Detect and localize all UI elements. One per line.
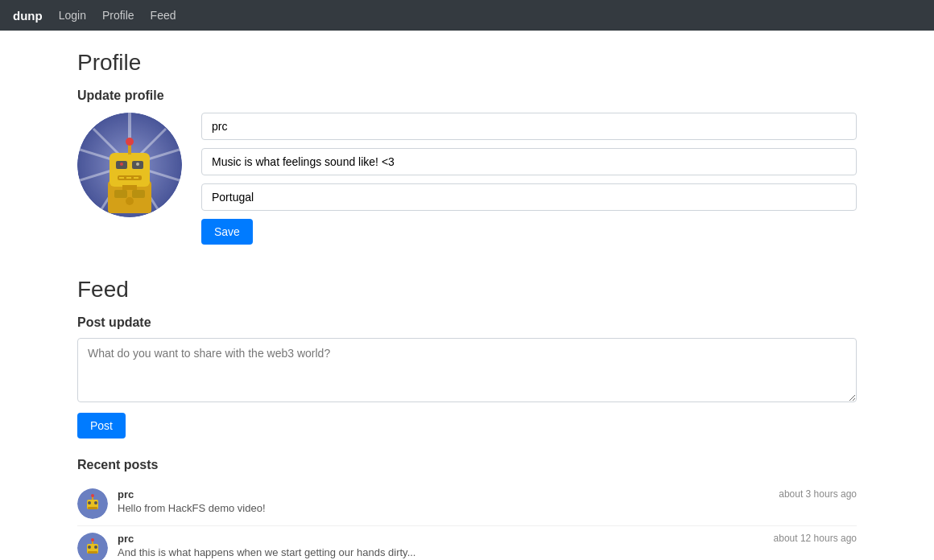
post-meta: prc about 12 hours ago <box>118 533 857 545</box>
post-avatar <box>77 533 108 560</box>
svg-point-39 <box>91 538 94 541</box>
update-profile-label: Update profile <box>77 89 857 103</box>
recent-posts-list: prc about 3 hours ago Hello from HackFS … <box>77 482 857 560</box>
profile-page-title: Profile <box>77 50 857 76</box>
post-update-label: Post update <box>77 315 857 330</box>
post-time: about 3 hours ago <box>779 488 857 500</box>
svg-rect-24 <box>132 190 145 198</box>
post-button[interactable]: Post <box>77 413 126 439</box>
svg-point-28 <box>88 501 91 504</box>
profile-form-area: Save <box>77 113 857 245</box>
svg-point-16 <box>120 163 123 166</box>
post-textarea[interactable] <box>77 338 857 402</box>
navbar: dunp Login Profile Feed <box>0 0 934 31</box>
svg-rect-22 <box>122 185 137 190</box>
svg-rect-23 <box>114 190 127 198</box>
svg-point-13 <box>126 138 134 146</box>
post-avatar <box>77 488 108 519</box>
post-avatar-image <box>77 488 108 519</box>
svg-point-29 <box>94 501 97 504</box>
main-content: Profile Update profile <box>64 31 870 560</box>
avatar <box>77 113 182 217</box>
location-input[interactable] <box>201 183 857 211</box>
navbar-link-profile[interactable]: Profile <box>102 9 134 22</box>
feed-section: Feed Post update Post Recent posts <box>77 277 857 560</box>
svg-rect-30 <box>88 507 97 509</box>
svg-point-17 <box>136 163 139 166</box>
svg-point-25 <box>126 197 134 205</box>
profile-fields: Save <box>201 113 857 245</box>
post-item: prc about 3 hours ago Hello from HackFS … <box>77 482 857 526</box>
svg-rect-20 <box>126 177 131 179</box>
profile-section: Profile Update profile <box>77 50 857 245</box>
recent-posts-title: Recent posts <box>77 458 857 472</box>
post-author: prc <box>118 488 134 500</box>
post-item: prc about 12 hours ago And this is what … <box>77 526 857 560</box>
navbar-brand[interactable]: dunp <box>13 9 43 23</box>
navbar-link-login[interactable]: Login <box>59 9 86 22</box>
post-meta: prc about 3 hours ago <box>118 488 857 500</box>
svg-point-32 <box>91 494 94 497</box>
profile-avatar-container <box>77 113 182 217</box>
avatar-image <box>77 113 182 217</box>
svg-rect-11 <box>110 153 150 187</box>
post-body: prc about 3 hours ago Hello from HackFS … <box>118 488 857 514</box>
navbar-link-feed[interactable]: Feed <box>151 9 176 22</box>
post-time: about 12 hours ago <box>774 533 857 544</box>
post-avatar-image <box>77 533 108 560</box>
svg-rect-21 <box>134 177 138 179</box>
post-author: prc <box>118 533 134 545</box>
post-body: prc about 12 hours ago And this is what … <box>118 533 857 558</box>
username-input[interactable] <box>201 113 857 140</box>
post-text: Hello from HackFS demo video! <box>118 502 857 514</box>
svg-rect-19 <box>119 177 124 179</box>
post-text: And this is what happens when we start g… <box>118 546 857 558</box>
svg-point-35 <box>88 546 91 549</box>
feed-section-title: Feed <box>77 277 857 303</box>
svg-point-36 <box>94 546 97 549</box>
save-button[interactable]: Save <box>201 219 253 245</box>
bio-input[interactable] <box>201 148 857 175</box>
svg-rect-37 <box>88 551 97 554</box>
